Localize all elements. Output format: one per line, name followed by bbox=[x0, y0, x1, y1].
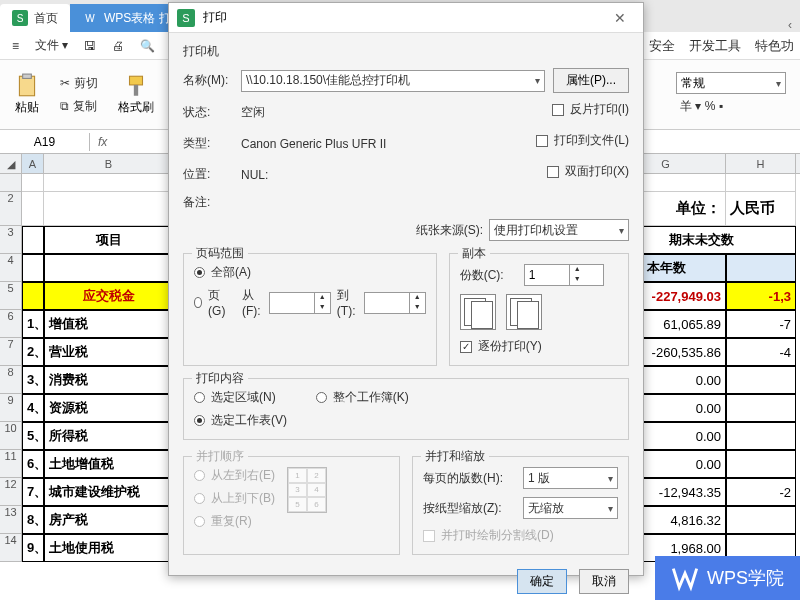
ribbon-tab-developer[interactable]: 开发工具 bbox=[689, 37, 741, 55]
row-value-h[interactable] bbox=[726, 366, 796, 394]
row-header[interactable]: 8 bbox=[0, 366, 22, 394]
row-num[interactable]: 6、 bbox=[22, 450, 44, 478]
fit-combo[interactable]: 无缩放▾ bbox=[523, 497, 618, 519]
print-dialog: S 打印 ✕ 打印机 名称(M): \\10.10.18.150\佳能总控打印机… bbox=[168, 2, 644, 576]
toolbar-print-icon[interactable]: 🖨 bbox=[106, 37, 130, 55]
row-num[interactable]: 9、 bbox=[22, 534, 44, 562]
row-label[interactable]: 营业税 bbox=[44, 338, 174, 366]
row-num[interactable]: 8、 bbox=[22, 506, 44, 534]
row-header[interactable]: 9 bbox=[0, 394, 22, 422]
from-spinner[interactable]: ▲▼ bbox=[269, 292, 331, 314]
row-num[interactable]: 4、 bbox=[22, 394, 44, 422]
cut-button[interactable]: ✂ 剪切 bbox=[56, 73, 102, 94]
copies-label: 份数(C): bbox=[460, 267, 504, 284]
cancel-button[interactable]: 取消 bbox=[579, 569, 629, 594]
fx-icon[interactable]: fx bbox=[90, 135, 115, 149]
row-value-h[interactable]: -2 bbox=[726, 478, 796, 506]
row-header[interactable] bbox=[0, 174, 22, 192]
watermark: WPS学院 bbox=[655, 556, 800, 600]
print-to-file-checkbox[interactable]: 打印到文件(L) bbox=[536, 132, 629, 149]
row-label[interactable]: 资源税 bbox=[44, 394, 174, 422]
cell[interactable] bbox=[22, 174, 44, 192]
row-header[interactable]: 12 bbox=[0, 478, 22, 506]
wps-logo-icon bbox=[671, 564, 699, 592]
paste-button[interactable]: 粘贴 bbox=[6, 73, 48, 116]
row-num[interactable]: 1、 bbox=[22, 310, 44, 338]
col-header-B[interactable]: B bbox=[44, 154, 174, 173]
cell[interactable] bbox=[22, 192, 44, 226]
highlight-label[interactable]: 应交税金 bbox=[44, 282, 174, 310]
cell[interactable] bbox=[726, 254, 796, 282]
cell[interactable] bbox=[726, 174, 796, 192]
row-value-h[interactable]: -7 bbox=[726, 310, 796, 338]
currency-buttons[interactable]: 羊 ▾ % ▪ bbox=[676, 96, 727, 117]
duplex-checkbox[interactable]: 双面打印(X) bbox=[547, 163, 629, 180]
copies-spinner[interactable]: ▲▼ bbox=[524, 264, 604, 286]
format-painter-button[interactable]: 格式刷 bbox=[110, 73, 162, 116]
toolbar-preview-icon[interactable]: 🔍 bbox=[134, 37, 161, 55]
col-header-A[interactable]: A bbox=[22, 154, 44, 173]
to-spinner[interactable]: ▲▼ bbox=[364, 292, 426, 314]
tab-home[interactable]: S 首页 bbox=[0, 4, 70, 32]
project-header[interactable]: 项目 bbox=[44, 226, 174, 254]
row-header[interactable]: 6 bbox=[0, 310, 22, 338]
cell[interactable] bbox=[22, 226, 44, 254]
paper-source-combo[interactable]: 使用打印机设置 ▾ bbox=[489, 219, 629, 241]
collate-checkbox[interactable]: ✓ 逐份打印(Y) bbox=[460, 338, 618, 355]
cell[interactable] bbox=[22, 282, 44, 310]
row-header[interactable]: 11 bbox=[0, 450, 22, 478]
row-value-h[interactable] bbox=[726, 450, 796, 478]
row-label[interactable]: 土地使用税 bbox=[44, 534, 174, 562]
content-workbook-radio[interactable]: 整个工作簿(K) bbox=[316, 389, 409, 406]
cell[interactable] bbox=[22, 254, 44, 282]
row-label[interactable]: 增值税 bbox=[44, 310, 174, 338]
cell-reference[interactable]: A19 bbox=[0, 133, 90, 151]
row-header[interactable]: 2 bbox=[0, 192, 22, 226]
properties-button[interactable]: 属性(P)... bbox=[553, 68, 629, 93]
menu-file[interactable]: 文件 ▾ bbox=[29, 35, 74, 56]
chevron-left-icon[interactable]: ‹ bbox=[780, 18, 800, 32]
row-value-h[interactable] bbox=[726, 422, 796, 450]
row-value-h[interactable]: -4 bbox=[726, 338, 796, 366]
ok-button[interactable]: 确定 bbox=[517, 569, 567, 594]
row-header[interactable]: 4 bbox=[0, 254, 22, 282]
close-button[interactable]: ✕ bbox=[605, 10, 635, 26]
row-num[interactable]: 7、 bbox=[22, 478, 44, 506]
content-sheets-radio[interactable]: 选定工作表(V) bbox=[194, 412, 618, 429]
ribbon-tab-security[interactable]: 安全 bbox=[649, 37, 675, 55]
row-header[interactable]: 7 bbox=[0, 338, 22, 366]
row-header[interactable]: 5 bbox=[0, 282, 22, 310]
cell[interactable] bbox=[44, 254, 174, 282]
row-value-h[interactable] bbox=[726, 394, 796, 422]
reverse-print-checkbox[interactable]: 反片打印(I) bbox=[552, 101, 629, 118]
pages-per-combo[interactable]: 1 版▾ bbox=[523, 467, 618, 489]
row-num[interactable]: 3、 bbox=[22, 366, 44, 394]
printer-name-combo[interactable]: \\10.10.18.150\佳能总控打印机 ▾ bbox=[241, 70, 545, 92]
content-area-radio[interactable]: 选定区域(N) bbox=[194, 389, 276, 406]
row-num[interactable]: 2、 bbox=[22, 338, 44, 366]
format-painter-icon bbox=[123, 73, 149, 99]
row-header[interactable]: 3 bbox=[0, 226, 22, 254]
row-value-h[interactable] bbox=[726, 506, 796, 534]
select-all-corner[interactable]: ◢ bbox=[0, 154, 22, 173]
copy-button[interactable]: ⧉ 复制 bbox=[56, 96, 102, 117]
row-header[interactable]: 10 bbox=[0, 422, 22, 450]
col-header-H[interactable]: H bbox=[726, 154, 796, 173]
range-pages-radio[interactable]: 页(G) 从(F): ▲▼ 到(T): ▲▼ bbox=[194, 287, 426, 318]
range-all-radio[interactable]: 全部(A) bbox=[194, 264, 426, 281]
h5[interactable]: -1,3 bbox=[726, 282, 796, 310]
row-label[interactable]: 所得税 bbox=[44, 422, 174, 450]
row-header[interactable]: 14 bbox=[0, 534, 22, 562]
unit-value[interactable]: 人民币 bbox=[726, 192, 796, 226]
row-label[interactable]: 土地增值税 bbox=[44, 450, 174, 478]
toolbar-save-icon[interactable]: 🖫 bbox=[78, 37, 102, 55]
comment-label: 备注: bbox=[183, 194, 241, 211]
ribbon-tab-special[interactable]: 特色功 bbox=[755, 37, 794, 55]
row-header[interactable]: 13 bbox=[0, 506, 22, 534]
row-label[interactable]: 消费税 bbox=[44, 366, 174, 394]
number-format-combo[interactable]: 常规 ▾ bbox=[676, 72, 786, 94]
menu-hamburger-icon[interactable]: ≡ bbox=[6, 37, 25, 55]
row-num[interactable]: 5、 bbox=[22, 422, 44, 450]
row-label[interactable]: 房产税 bbox=[44, 506, 174, 534]
row-label[interactable]: 城市建设维护税 bbox=[44, 478, 174, 506]
